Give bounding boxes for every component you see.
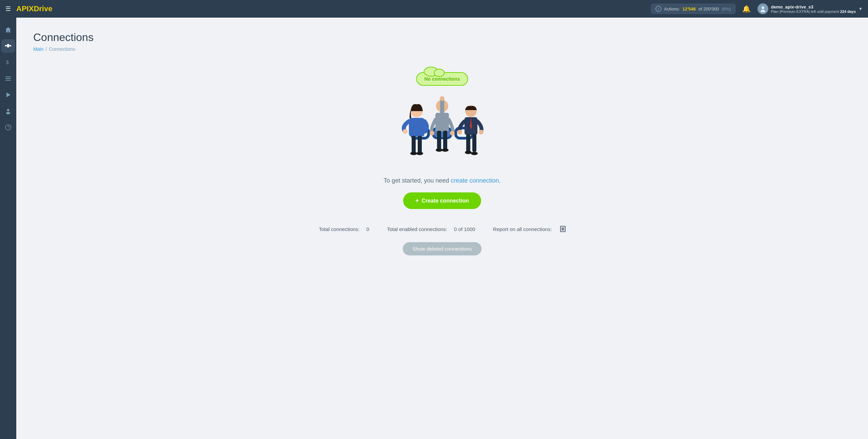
- svg-point-1: [761, 10, 765, 12]
- svg-point-34: [442, 148, 449, 152]
- report-label: Report on all connections:: [493, 226, 552, 232]
- navbar-right: i Actions: 12'546 of 200'000 (6%) 🔔 demo…: [651, 3, 863, 14]
- actions-pct: (6%): [722, 6, 731, 12]
- actions-label: Actions:: [664, 6, 680, 12]
- sidebar-item-home[interactable]: [1, 23, 15, 37]
- breadcrumb: Main / Connections: [33, 46, 851, 52]
- logo: APIXDrive: [16, 4, 52, 13]
- sidebar-item-video[interactable]: [1, 88, 15, 102]
- main-content: Connections Main / Connections No connec…: [16, 18, 868, 439]
- svg-point-38: [479, 130, 484, 134]
- svg-point-25: [416, 152, 423, 155]
- svg-point-21: [403, 129, 408, 134]
- svg-rect-2: [5, 45, 7, 46]
- info-icon: i: [655, 6, 662, 12]
- user-name: demo_apix-drive_s3: [771, 4, 856, 9]
- total-connections-value: 0: [367, 226, 369, 232]
- no-connections-cloud: No connections: [416, 72, 468, 86]
- svg-rect-20: [409, 118, 425, 137]
- avatar: [757, 3, 768, 14]
- svg-point-28: [440, 96, 445, 101]
- breadcrumb-current: Connections: [49, 46, 75, 52]
- enabled-connections-value: 0 of 1000: [454, 226, 475, 232]
- create-connection-link[interactable]: create connection: [451, 177, 499, 184]
- svg-point-30: [450, 131, 455, 135]
- svg-point-41: [465, 151, 472, 154]
- svg-rect-40: [472, 134, 476, 152]
- cloud-container: No connections: [416, 72, 468, 86]
- stats-row: Total connections: 0 Total enabled conne…: [319, 226, 565, 232]
- plus-icon: +: [415, 197, 419, 204]
- center-area: No connections: [33, 65, 851, 262]
- sidebar-item-connections[interactable]: [1, 39, 15, 53]
- total-connections-label: Total connections:: [319, 226, 359, 232]
- stats-separator-1: [376, 226, 380, 232]
- bell-icon[interactable]: 🔔: [742, 5, 751, 13]
- actions-badge: i Actions: 12'546 of 200'000 (6%): [651, 4, 735, 14]
- svg-rect-10: [5, 80, 11, 81]
- sidebar-item-account[interactable]: [1, 104, 15, 118]
- svg-point-0: [762, 6, 764, 9]
- svg-point-29: [430, 131, 434, 135]
- svg-rect-3: [7, 44, 9, 47]
- breadcrumb-main[interactable]: Main: [33, 46, 43, 52]
- stats-separator-2: [482, 226, 487, 232]
- logo-drive: Drive: [34, 4, 52, 13]
- svg-text:$: $: [6, 60, 9, 65]
- svg-rect-8: [5, 77, 11, 77]
- page-title: Connections: [33, 31, 851, 44]
- user-info: demo_apix-drive_s3 Plan |Premium EXTRA| …: [771, 4, 856, 14]
- svg-point-12: [7, 109, 9, 111]
- breadcrumb-separator: /: [45, 46, 47, 52]
- svg-point-13: [6, 112, 10, 114]
- report-icon[interactable]: [560, 226, 566, 232]
- svg-point-33: [436, 148, 442, 152]
- logo-x: X: [29, 4, 34, 13]
- svg-rect-32: [443, 131, 447, 149]
- user-plan: Plan |Premium EXTRA| left until payment …: [771, 9, 856, 14]
- svg-point-37: [457, 130, 462, 134]
- svg-rect-9: [5, 78, 11, 79]
- actions-used: 12'546: [683, 6, 696, 12]
- people-illustration: [384, 89, 500, 167]
- svg-point-42: [471, 152, 478, 155]
- create-button-label: Create connection: [421, 198, 469, 204]
- svg-marker-11: [6, 92, 11, 97]
- sidebar: $ ?: [0, 18, 16, 439]
- user-section[interactable]: demo_apix-drive_s3 Plan |Premium EXTRA| …: [757, 3, 863, 14]
- svg-rect-39: [466, 134, 470, 152]
- cta-text: To get started, you need create connecti…: [383, 177, 500, 184]
- svg-rect-31: [437, 131, 441, 149]
- sidebar-item-help[interactable]: ?: [1, 121, 15, 134]
- navbar-left: ☰ APIXDrive: [5, 4, 52, 13]
- logo-api: API: [16, 4, 29, 13]
- logo-text: APIXDrive: [16, 4, 52, 13]
- svg-rect-22: [412, 136, 416, 153]
- sidebar-item-billing[interactable]: $: [1, 56, 15, 69]
- actions-total: of 200'000: [698, 6, 719, 12]
- create-connection-button[interactable]: + Create connection: [403, 192, 481, 209]
- illustration: No connections: [381, 72, 503, 167]
- svg-rect-23: [418, 136, 422, 153]
- show-deleted-button[interactable]: Show deleted connections: [403, 242, 481, 255]
- svg-rect-4: [9, 45, 11, 46]
- chevron-down-icon: ▼: [859, 6, 863, 11]
- menu-icon[interactable]: ☰: [5, 5, 11, 13]
- enabled-connections-label: Total enabled connections:: [387, 226, 447, 232]
- svg-text:?: ?: [7, 125, 10, 130]
- navbar: ☰ APIXDrive i Actions: 12'546 of 200'000…: [0, 0, 868, 18]
- sidebar-item-tools[interactable]: [1, 72, 15, 85]
- svg-point-24: [410, 152, 417, 155]
